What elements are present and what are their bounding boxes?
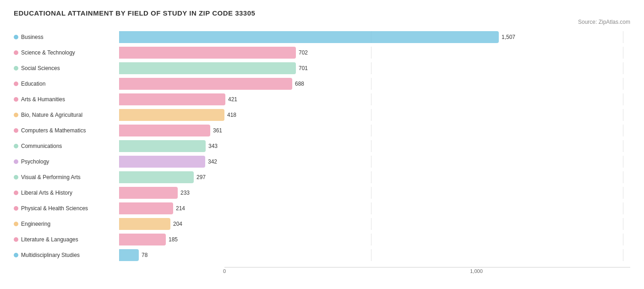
dot-1 (14, 50, 18, 55)
dot-0 (14, 35, 18, 39)
bar-6 (119, 125, 210, 136)
bar-9 (119, 171, 194, 183)
bar-label-3: Education (14, 81, 119, 87)
bar-value-4: 421 (228, 96, 237, 103)
bar-label-7: Communications (14, 143, 119, 149)
bar-label-12: Engineering (14, 221, 119, 227)
bar-label-10: Liberal Arts & History (14, 190, 119, 196)
bar-track-5: 418 (119, 109, 630, 121)
dot-11 (14, 206, 18, 211)
dot-8 (14, 159, 18, 164)
bar-label-14: Multidisciplinary Studies (14, 252, 119, 258)
bar-value-5: 418 (227, 112, 236, 118)
bar-10 (119, 187, 178, 199)
dot-13 (14, 237, 18, 242)
bar-0 (119, 31, 499, 43)
bar-row: Communications 343 (14, 139, 630, 153)
bar-7 (119, 140, 206, 152)
bar-value-7: 343 (208, 143, 218, 149)
bar-value-3: 688 (295, 81, 304, 87)
bar-value-8: 342 (208, 158, 217, 165)
bar-value-0: 1,507 (502, 34, 515, 40)
bar-label-text-14: Multidisciplinary Studies (21, 252, 80, 258)
bar-label-9: Visual & Performing Arts (14, 174, 119, 180)
x-axis-wrapper: 01,0002,000 (119, 263, 630, 276)
bar-label-1: Science & Technology (14, 49, 119, 56)
bar-label-text-8: Psychology (21, 158, 49, 165)
bar-11 (119, 202, 173, 214)
bar-row: Arts & Humanities 421 (14, 92, 630, 107)
bar-row: Physical & Health Sciences 214 (14, 201, 630, 216)
bar-label-text-3: Education (21, 81, 45, 87)
bar-track-0: 1,507 (119, 31, 630, 43)
bar-value-10: 233 (180, 190, 190, 196)
chart-area: Business 1,507 Science & Technology 702 (14, 30, 630, 276)
bar-label-8: Psychology (14, 158, 119, 165)
bar-value-9: 297 (196, 174, 206, 180)
bar-value-12: 204 (173, 221, 182, 227)
bar-label-text-6: Computers & Mathematics (21, 127, 86, 134)
bar-label-text-5: Bio, Nature & Agricultural (21, 112, 82, 118)
bar-label-text-9: Visual & Performing Arts (21, 174, 81, 180)
bar-label-text-11: Physical & Health Sciences (21, 205, 88, 212)
bar-track-4: 421 (119, 93, 630, 105)
bar-label-text-2: Social Sciences (21, 65, 60, 71)
bar-label-text-13: Literature & Languages (21, 236, 78, 243)
dot-6 (14, 128, 18, 133)
bar-row: Visual & Performing Arts 297 (14, 170, 630, 185)
bar-12 (119, 218, 170, 230)
bar-track-8: 342 (119, 156, 630, 168)
x-axis: 01,0002,000 (224, 267, 630, 276)
bar-3 (119, 78, 292, 90)
bar-value-1: 702 (299, 49, 308, 56)
bar-row: Science & Technology 702 (14, 45, 630, 60)
bar-track-10: 233 (119, 187, 630, 199)
bar-label-6: Computers & Mathematics (14, 127, 119, 134)
bar-row: Literature & Languages 185 (14, 232, 630, 247)
dot-2 (14, 66, 18, 71)
bar-track-13: 185 (119, 234, 630, 245)
bar-1 (119, 47, 296, 59)
bar-label-0: Business (14, 34, 119, 40)
bar-row: Multidisciplinary Studies 78 (14, 248, 630, 262)
dot-5 (14, 113, 18, 117)
x-tick: 0 (223, 268, 226, 274)
dot-14 (14, 253, 18, 257)
bar-label-text-10: Liberal Arts & History (21, 190, 72, 196)
bar-value-13: 185 (169, 236, 178, 243)
dot-4 (14, 97, 18, 102)
bar-label-text-0: Business (21, 34, 44, 40)
bar-label-4: Arts & Humanities (14, 96, 119, 103)
bar-track-7: 343 (119, 140, 630, 152)
bar-label-2: Social Sciences (14, 65, 119, 71)
bar-label-11: Physical & Health Sciences (14, 205, 119, 212)
bar-track-3: 688 (119, 78, 630, 90)
bar-row: Engineering 204 (14, 217, 630, 231)
bar-row: Psychology 342 (14, 154, 630, 169)
bar-value-6: 361 (213, 127, 222, 134)
bar-label-text-1: Science & Technology (21, 49, 75, 56)
bar-track-12: 204 (119, 218, 630, 230)
bar-track-2: 701 (119, 62, 630, 74)
bar-track-11: 214 (119, 202, 630, 214)
bar-14 (119, 249, 139, 261)
dot-3 (14, 82, 18, 86)
bar-value-11: 214 (176, 205, 185, 212)
chart-title: EDUCATIONAL ATTAINMENT BY FIELD OF STUDY… (14, 9, 630, 17)
dot-9 (14, 175, 18, 180)
bar-label-text-12: Engineering (21, 221, 50, 227)
bar-label-5: Bio, Nature & Agricultural (14, 112, 119, 118)
bar-track-1: 702 (119, 47, 630, 59)
dot-10 (14, 191, 18, 195)
bar-4 (119, 93, 225, 105)
bar-value-2: 701 (299, 65, 308, 71)
bar-value-14: 78 (142, 252, 147, 258)
bar-label-13: Literature & Languages (14, 236, 119, 243)
bar-row: Education 688 (14, 76, 630, 91)
dot-7 (14, 144, 18, 148)
bar-2 (119, 62, 296, 74)
source-label: Source: ZipAtlas.com (14, 19, 630, 25)
bar-8 (119, 156, 205, 168)
bar-track-6: 361 (119, 125, 630, 136)
bar-5 (119, 109, 224, 121)
